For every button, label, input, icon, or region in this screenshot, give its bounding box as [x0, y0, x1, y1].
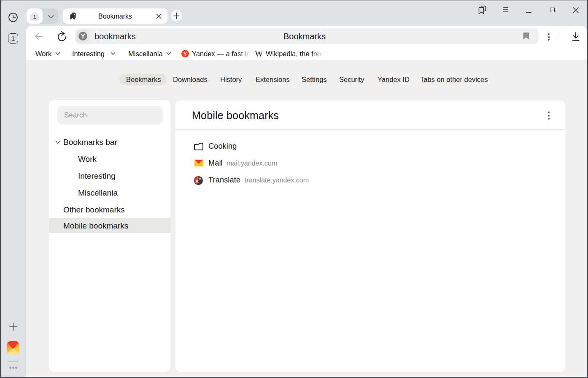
svg-text:A: A [195, 179, 198, 184]
svg-text:1: 1 [33, 14, 36, 20]
svg-text:Y: Y [183, 51, 187, 57]
